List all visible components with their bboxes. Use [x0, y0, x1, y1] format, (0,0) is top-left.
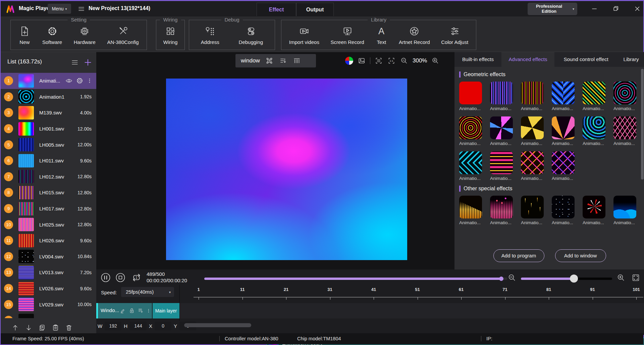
effect-item[interactable]: Animatio... [521, 82, 544, 111]
effect-item[interactable]: Animatio... [459, 82, 482, 111]
artnet-record-button[interactable]: Artnet Record [396, 25, 433, 45]
speed-dropdown[interactable]: 25fps(40ms) ▾ [121, 287, 174, 297]
eye-icon[interactable] [65, 77, 73, 85]
playback-progress[interactable] [204, 278, 507, 280]
fit-window-icon[interactable] [374, 56, 383, 65]
add-to-window-button[interactable]: Add to window [555, 249, 606, 262]
maximize-button[interactable] [611, 4, 621, 13]
transform-window-icon[interactable] [265, 56, 274, 65]
more-options-icon[interactable] [146, 307, 151, 314]
new-button[interactable]: New [16, 25, 33, 45]
tab-sound-control-effect[interactable]: Sound control effect [554, 52, 618, 67]
effect-item[interactable]: Animatio... [521, 196, 544, 225]
effect-item[interactable]: Animatio... [613, 82, 636, 111]
add-to-program-button[interactable]: Add to program [493, 249, 544, 262]
tab-library[interactable]: Library [618, 52, 644, 67]
effect-item[interactable]: Animatio... [552, 116, 575, 146]
background-image-icon[interactable] [357, 56, 366, 65]
list-item[interactable]: 16 [1, 312, 96, 318]
tab-advanced-effects[interactable]: Advanced effects [501, 52, 554, 67]
effect-item[interactable]: Animatio... [490, 116, 513, 146]
main-layer-tab[interactable]: Main layer [153, 303, 179, 318]
gear-icon[interactable] [75, 77, 84, 85]
preview-canvas[interactable] [166, 79, 407, 260]
list-item[interactable]: 12LV004.swv10.84s [1, 249, 96, 265]
color-wheel-icon[interactable] [345, 57, 353, 65]
scrollbar-thumb[interactable] [641, 69, 644, 180]
stop-button[interactable] [114, 272, 126, 284]
timeline-zoom-out-icon[interactable] [507, 273, 517, 283]
list-item[interactable]: 2Animation11.92s [1, 89, 96, 105]
list-item[interactable]: 6LH011.swv9.60s [1, 153, 96, 169]
lock-icon[interactable] [128, 307, 136, 314]
list-item[interactable]: 4LH001.swv12.00s [1, 121, 96, 137]
list-menu-icon[interactable] [70, 58, 79, 67]
text-button[interactable]: AText [373, 25, 390, 45]
debugging-button[interactable]: Debugging [236, 25, 266, 45]
zoom-out-icon[interactable] [400, 56, 409, 65]
horizontal-scrollbar[interactable] [184, 323, 251, 327]
address-button[interactable]: Address [198, 25, 222, 45]
timeline-zoom-thumb[interactable] [570, 275, 578, 283]
list-item[interactable]: 15LV029.swv10.00s [1, 296, 96, 312]
kebab-icon[interactable] [86, 77, 93, 85]
list-item[interactable]: 7LH012.swv12.80s [1, 169, 96, 185]
x-input[interactable] [155, 322, 171, 330]
width-input[interactable] [105, 322, 121, 330]
effect-item[interactable]: Animatio... [490, 82, 513, 111]
list-item[interactable]: 9LH017.swv12.80s [1, 201, 96, 217]
effect-item[interactable]: Animatio... [613, 116, 636, 146]
tab-output[interactable]: Output [296, 3, 334, 16]
delete-button[interactable] [64, 323, 73, 332]
effect-item[interactable]: Animatio... [552, 82, 575, 111]
effect-item[interactable]: Animatio... [552, 151, 575, 181]
pause-button[interactable] [100, 272, 112, 284]
software-button[interactable]: Software [40, 25, 65, 45]
tab-built-in-effects[interactable]: Built-in effects [454, 52, 501, 67]
effect-item[interactable]: Animatio... [459, 151, 482, 181]
effect-item[interactable]: Animatio... [459, 116, 482, 146]
effect-item[interactable]: Animatio... [583, 116, 605, 146]
copy-button[interactable] [38, 323, 47, 332]
hardware-button[interactable]: Hardware [71, 25, 98, 45]
list-item[interactable]: 14LV026.swv9.60s [1, 281, 96, 297]
window-layer-header[interactable]: Windo... [96, 303, 152, 318]
list-item[interactable]: 11LH026.swv9.60s [1, 233, 96, 249]
list-item[interactable]: 10LH025.swv12.80s [1, 216, 96, 233]
effect-item[interactable]: Animatio... [490, 151, 513, 181]
move-down-button[interactable] [24, 323, 33, 332]
screen-record-button[interactable]: Screen Record [328, 25, 367, 45]
add-program-icon[interactable] [137, 307, 144, 314]
layer-order-icon[interactable] [279, 56, 287, 65]
an-380config-button[interactable]: AN-380Config [104, 25, 141, 45]
minimize-button[interactable] [590, 4, 599, 13]
paste-button[interactable] [51, 323, 60, 332]
zoom-in-icon[interactable] [431, 56, 440, 65]
list-item[interactable]: 3M139.swv4.00s [1, 105, 96, 121]
tab-effect[interactable]: Effect [257, 3, 296, 16]
effect-item[interactable]: Animatio... [490, 196, 513, 225]
list-item[interactable]: 1Animati... [1, 73, 96, 89]
timeline-zoom-slider[interactable] [521, 278, 612, 280]
list-item[interactable]: 13LV013.swv7.20s [1, 264, 96, 281]
height-input[interactable] [130, 322, 147, 330]
color-adjust-button[interactable]: Color Adjust [438, 25, 471, 45]
effect-item[interactable]: Animatio... [552, 196, 575, 225]
close-button[interactable] [633, 4, 642, 13]
effect-item[interactable]: Animatio... [521, 116, 544, 146]
edition-selector[interactable]: Professional Edition ▾ [528, 3, 577, 15]
edit-icon[interactable] [119, 307, 126, 314]
columns-icon[interactable] [292, 56, 301, 65]
actual-size-icon[interactable]: 1:1 [387, 56, 396, 65]
add-item-icon[interactable] [83, 58, 93, 67]
effect-item[interactable]: Animatio... [459, 196, 482, 225]
effect-item[interactable]: Animatio... [521, 151, 544, 181]
effect-item[interactable]: Animatio... [583, 196, 605, 225]
import-videos-button[interactable]: Import videos [286, 25, 322, 45]
hamburger-menu-icon[interactable] [77, 5, 86, 13]
effect-item[interactable]: Animatio... [613, 196, 636, 225]
list-item[interactable]: 8LH015.swv12.80s [1, 185, 96, 201]
move-up-button[interactable] [11, 323, 20, 332]
list-item[interactable]: 5LH005.swv12.00s [1, 137, 96, 153]
timeline-zoom-in-icon[interactable] [616, 273, 626, 283]
